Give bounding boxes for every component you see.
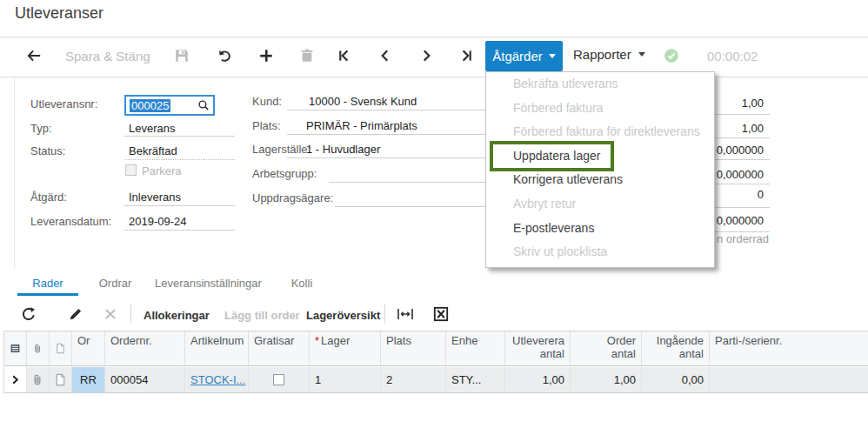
uppdragsagare-label: Uppdragsägare: [252,191,333,204]
session-timer: 00:00:02 [707,49,758,64]
col-header-orderantal[interactable]: Orderantal [571,331,642,365]
utleveransnr-input[interactable]: 000025 [124,95,215,116]
lagerstalle-value: 1 - Huvudlager [306,143,380,156]
utleveransnr-value: 000025 [130,99,170,112]
attachment-icon[interactable] [27,367,50,392]
tab-ordrar[interactable]: Ordrar [91,277,139,290]
actions-button-label: Åtgärder [492,49,543,64]
header-line: antal [679,347,704,360]
nav-last-icon[interactable] [458,48,474,64]
tab-rader[interactable]: Rader [17,277,78,290]
gratisar-checkbox[interactable] [273,374,284,385]
parkera-label: Parkera [142,164,182,177]
field-underline [335,206,503,207]
col-header-ordernr[interactable]: Ordernr. [105,331,185,365]
menu-item-bekrafta-utleverans: Bekräfta utleverans [486,72,714,97]
refresh-icon[interactable] [21,306,37,322]
nav-first-icon[interactable] [337,48,352,64]
add-icon[interactable] [258,48,274,64]
active-tab-underline [17,293,78,296]
row-pointer-icon [4,367,27,392]
lageroversikt-button[interactable]: Lageröversikt [306,309,380,322]
field-underline [124,159,235,160]
field-underline [287,110,503,110]
header-line: antal [611,347,636,360]
menu-item-forbered-faktura: Förbered faktura [486,97,714,121]
orderrad-partial-label: n orderrad [717,232,769,245]
col-header-artikelnr[interactable]: Artikelnum [185,331,249,365]
plats-label: Plats: [252,119,281,132]
tab-kolli[interactable]: Kolli [280,277,324,290]
menu-item-uppdatera-lager[interactable]: Uppdatera lager [486,144,714,169]
required-mark: * [315,334,319,347]
menu-item-e-postleverans[interactable]: E-postleverans [486,217,714,241]
export-excel-icon[interactable] [433,306,449,322]
actions-menu-button[interactable]: Åtgärder [485,41,563,71]
field-underline [287,134,503,135]
nav-next-icon[interactable] [418,48,434,64]
cell-orderantal: 1,00 [571,367,642,392]
kund-label: Kund: [252,95,282,108]
edit-pencil-icon[interactable] [68,306,83,322]
col-header-gratisar[interactable]: Gratisar [249,331,310,365]
cell-plats: 2 [381,367,446,392]
leveransdatum-value: 2019-09-24 [129,215,187,228]
field-underline [329,182,503,183]
col-header-lager[interactable]: *Lager [310,331,381,365]
header-line: Ingående [657,334,704,347]
allokeringar-button[interactable]: Allokeringar [144,309,210,322]
panel-left-border [14,77,15,269]
save-close-button[interactable]: Spara & Stäng [65,49,150,64]
field-underline [287,157,503,158]
col-header-lager-label: Lager [321,334,350,347]
fit-width-icon[interactable] [397,306,414,322]
cell-enhet: STY... [446,367,505,392]
arbetsgrupp-label: Arbetsgrupp: [252,167,317,180]
note-icon [50,331,72,365]
menu-item-korrigera-utleverans[interactable]: Korrigera utleverans [486,168,714,192]
cell-artikelnr-link[interactable]: STOCK-I... [190,373,245,386]
undo-icon[interactable] [217,48,232,64]
col-header-utlevererat-antal[interactable]: Utlevereraantal [505,331,571,365]
attachment-icon [27,331,50,365]
nav-prev-icon[interactable] [377,48,393,64]
col-header-ordertyp[interactable]: Or [72,331,105,365]
menu-item-skriv-ut-plocklista: Skriv ut plocklista [486,240,714,264]
search-icon[interactable] [197,99,210,111]
cell-lager: 1 [310,367,381,392]
delete-x-icon [103,306,118,322]
col-header-parti-serienr[interactable]: Parti-/serienr. [710,331,868,365]
col-header-ingaende-antal[interactable]: Ingåendeantal [642,331,710,365]
reports-menu-button[interactable]: Rapporter [573,47,645,62]
delete-icon[interactable] [299,48,315,64]
success-check-icon [664,48,679,64]
caret-down-icon [638,52,645,57]
lagerstalle-label: Lagerställe: [252,143,310,156]
col-header-enhet[interactable]: Enhe [446,331,505,365]
menu-item-forbered-faktura-direktleverans: Förbered faktura för direktleverans [486,120,714,144]
header-line: antal [540,347,564,360]
grid-settings-icon[interactable] [4,331,27,365]
utleveransnr-label: Utleveransnr: [30,97,97,110]
parkera-checkbox[interactable] [125,164,137,176]
cell-utlevererat: 1,00 [505,367,571,392]
tab-leveransinstallningar[interactable]: Leveransinställningar [155,277,259,290]
note-icon[interactable] [50,367,72,392]
typ-label: Typ: [30,122,52,135]
field-underline [124,230,235,231]
col-header-plats[interactable]: Plats [381,331,446,365]
toolbar-separator [384,304,385,324]
atgard-value: Inleverans [129,191,181,204]
field-underline [124,136,235,137]
status-label: Status: [30,144,65,157]
back-arrow-icon[interactable] [26,48,42,64]
header-line: Order [607,334,636,347]
table-row[interactable]: RR 000054 STOCK-I... 1 2 STY... 1,00 1,0… [3,367,868,393]
save-icon[interactable] [174,48,190,64]
plats-value: PRIMÄR - Primärplats [306,119,417,132]
page-title: Utleveranser [15,4,103,23]
header-line: Utleverera [512,334,564,347]
toolbar-divider [0,77,868,77]
field-underline [124,205,235,206]
kund-value: 10000 - Svensk Kund [309,95,417,108]
